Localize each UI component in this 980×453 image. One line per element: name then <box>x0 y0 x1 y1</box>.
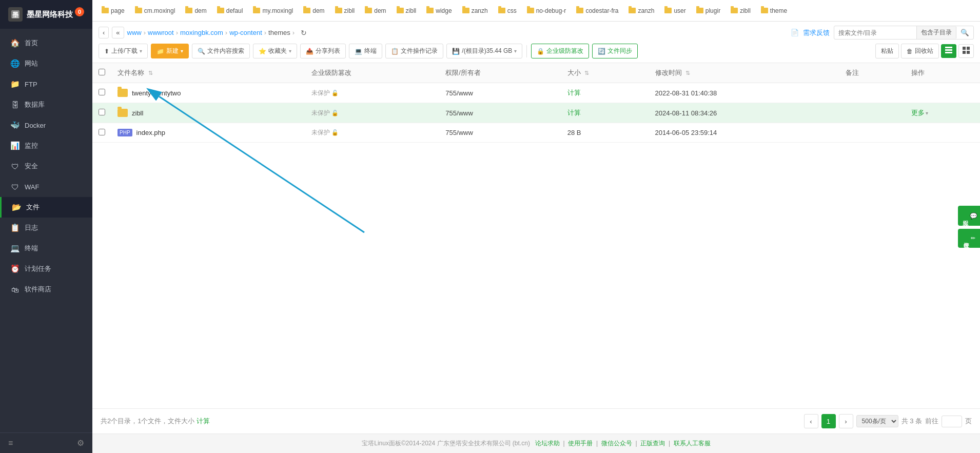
recycle-button[interactable]: 🗑 回收站 <box>901 44 939 58</box>
page-unit: 页 <box>965 417 972 426</box>
tab-no-debug[interactable]: no-debug-r <box>522 4 572 17</box>
sidebar-item-database[interactable]: 🗄 数据库 <box>0 94 92 115</box>
sidebar-item-files[interactable]: 📂 文件 <box>0 197 92 218</box>
sidebar-item-monitor[interactable]: 📊 监控 <box>0 135 92 156</box>
tab-page[interactable]: page <box>96 4 130 17</box>
tab-css[interactable]: css <box>493 4 522 17</box>
tab-dem2[interactable]: dem <box>298 4 329 17</box>
sidebar-item-website[interactable]: 🌐 网站 <box>0 53 92 74</box>
permissions-cell: 755/www <box>439 123 561 143</box>
tab-zibll1[interactable]: zibll <box>330 4 360 17</box>
file-name[interactable]: twentytwentytwo <box>132 89 181 97</box>
tab-label: css <box>507 7 517 14</box>
database-icon: 🗄 <box>10 100 19 109</box>
breadcrumb-right: 📄 需求反馈 包含子目录 🔍 <box>791 26 974 40</box>
refresh-button[interactable]: ↻ <box>298 27 310 38</box>
search-input[interactable] <box>834 27 916 38</box>
tabs-bar: page cm.moxingl dem defaul my.moxingl de… <box>92 0 980 22</box>
table-row: PHP index.php 未保护 🔓 755/www 28 B 2014-06… <box>92 123 980 143</box>
sidebar-item-waf[interactable]: 🛡 WAF <box>0 176 92 197</box>
search-option[interactable]: 包含子目录 <box>916 26 956 39</box>
breadcrumb-moxingbk[interactable]: moxingbk.com <box>180 29 223 36</box>
file-name[interactable]: index.php <box>136 129 165 136</box>
tab-label: cm.moxingl <box>144 7 175 14</box>
terminal-button[interactable]: 💻 终端 <box>349 44 382 58</box>
back-button[interactable]: ‹ <box>99 27 109 38</box>
size-calc-link[interactable]: 计算 <box>567 109 581 116</box>
tab-zibll3[interactable]: zibll <box>726 4 756 17</box>
search-button[interactable]: 🔍 <box>956 27 973 38</box>
right-widgets: 💬 客服 ✏ 在线评价 <box>958 206 980 248</box>
footer-link-support[interactable]: 联系人工客服 <box>674 440 711 447</box>
sidebar-item-logs[interactable]: 📋 日志 <box>0 218 92 238</box>
col-actions: 操作 <box>905 63 980 83</box>
tab-defaul[interactable]: defaul <box>212 4 248 17</box>
goto-page-input[interactable]: 1 <box>942 416 962 427</box>
breadcrumb-www[interactable]: www <box>127 29 142 36</box>
footer-link-manual[interactable]: 使用手册 <box>568 440 593 447</box>
view-list-button[interactable] <box>941 44 956 58</box>
file-log-button[interactable]: 📋 文件操作记录 <box>385 44 443 58</box>
sidebar-item-docker[interactable]: 🐳 Docker <box>0 115 92 135</box>
disk-info-button[interactable]: 💾 /(根目录)35.44 GB ▾ <box>446 44 522 58</box>
tab-zanzh2[interactable]: zanzh <box>623 4 659 17</box>
tab-cm-moxingl[interactable]: cm.moxingl <box>130 4 181 17</box>
goto-label: 前往 <box>925 417 938 426</box>
sidebar-label-home: 首页 <box>25 38 38 48</box>
tab-zanzh1[interactable]: zanzh <box>457 4 493 17</box>
footer-link-wechat[interactable]: 微信公众号 <box>601 440 632 447</box>
sidebar-item-home[interactable]: 🏠 首页 <box>0 33 92 53</box>
next-page-button[interactable]: › <box>839 414 853 428</box>
tab-plugir[interactable]: plugir <box>691 4 726 17</box>
sidebar-item-terminal[interactable]: 💻 终端 <box>0 238 92 259</box>
folder-tab-icon <box>303 8 310 13</box>
paste-button[interactable]: 粘贴 <box>875 44 899 58</box>
tab-dem3[interactable]: dem <box>360 4 391 17</box>
sidebar-item-store[interactable]: 🛍 软件商店 <box>0 279 92 300</box>
more-actions-button[interactable]: 更多 ▾ <box>911 108 974 117</box>
breadcrumb-wp-content[interactable]: wp-content <box>229 29 262 36</box>
footer-link-forum[interactable]: 论坛求助 <box>535 440 560 447</box>
tab-dem1[interactable]: dem <box>180 4 211 17</box>
row-checkbox[interactable] <box>99 89 105 95</box>
size-calc-link[interactable]: 计算 <box>567 89 581 96</box>
enterprise-protect-button[interactable]: 🔒 企业级防篡改 <box>531 44 589 58</box>
current-page-button[interactable]: 1 <box>821 414 836 428</box>
tab-zibll2[interactable]: zibll <box>391 4 422 17</box>
view-grid-button[interactable] <box>958 44 974 58</box>
php-badge: PHP <box>117 129 132 136</box>
start-button[interactable]: « <box>112 27 124 38</box>
sidebar-menu-icon[interactable]: ≡ <box>8 439 13 448</box>
select-all-checkbox[interactable] <box>99 69 105 75</box>
row-checkbox[interactable] <box>99 109 105 115</box>
row-checkbox[interactable] <box>99 129 105 135</box>
new-button[interactable]: 📁 新建 ▾ <box>151 44 189 58</box>
customer-service-widget[interactable]: 💬 客服 <box>958 206 980 226</box>
sidebar-item-security[interactable]: 🛡 安全 <box>0 156 92 176</box>
file-name[interactable]: zibll <box>132 109 143 117</box>
upload-download-button[interactable]: ⬆ 上传/下载 ▾ <box>99 44 148 58</box>
sidebar-item-cron[interactable]: ⏰ 计划任务 <box>0 259 92 279</box>
tab-my-moxingl[interactable]: my.moxingl <box>248 4 298 17</box>
file-sync-button[interactable]: 🔄 文件同步 <box>592 44 638 58</box>
per-page-select[interactable]: 500条/页 100条/页 50条/页 <box>856 415 898 427</box>
sidebar-settings-icon[interactable]: ⚙ <box>77 438 84 448</box>
breadcrumb-wwwroot[interactable]: wwwroot <box>148 29 174 36</box>
footer-calc-link[interactable]: 计算 <box>197 417 210 425</box>
footer-link-verify[interactable]: 正版查询 <box>640 440 665 447</box>
tab-theme[interactable]: theme <box>756 4 792 17</box>
notification-badge[interactable]: 0 <box>75 7 84 16</box>
tab-label: zibll <box>740 7 751 14</box>
feedback-link[interactable]: 需求反馈 <box>803 28 830 37</box>
review-widget[interactable]: ✏ 在线评价 <box>958 229 980 248</box>
sidebar-item-ftp[interactable]: 📁 FTP <box>0 74 92 94</box>
file-search-button[interactable]: 🔍 文件内容搜索 <box>192 44 250 58</box>
favorites-button[interactable]: ⭐ 收藏夹 ▾ <box>253 44 297 58</box>
tab-widge[interactable]: widge <box>421 4 457 17</box>
share-list-button[interactable]: 📤 分享列表 <box>300 44 346 58</box>
prev-page-button[interactable]: ‹ <box>804 414 818 428</box>
tab-codestar[interactable]: codestar-fra <box>571 4 623 17</box>
dropdown-arrow-more: ▾ <box>926 110 928 116</box>
tab-user[interactable]: user <box>659 4 691 17</box>
folder-tab-icon <box>102 8 109 13</box>
